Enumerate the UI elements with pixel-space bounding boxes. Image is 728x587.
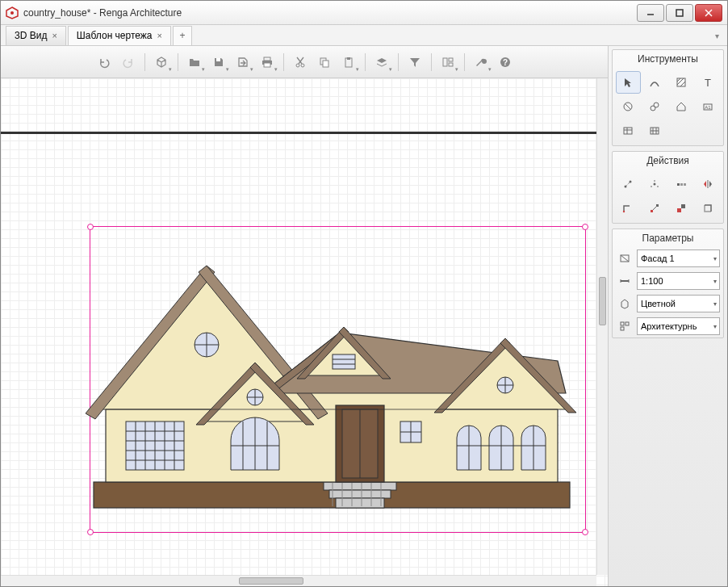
help-button[interactable]: ? bbox=[494, 51, 517, 73]
vertical-scrollbar[interactable] bbox=[596, 78, 608, 575]
svg-rect-15 bbox=[347, 57, 350, 60]
hatch-tool[interactable] bbox=[669, 71, 694, 94]
tab-3d-view[interactable]: 3D Вид × bbox=[6, 26, 66, 45]
svg-rect-116 bbox=[677, 208, 681, 212]
panel-tools: Инструменты T A1 bbox=[612, 49, 724, 146]
svg-line-119 bbox=[621, 255, 629, 262]
open-button[interactable] bbox=[183, 51, 206, 73]
wrench-icon bbox=[475, 56, 487, 69]
copy-button[interactable] bbox=[313, 51, 336, 73]
separator bbox=[283, 53, 284, 71]
table-icon bbox=[622, 125, 634, 136]
hatch-icon bbox=[676, 77, 687, 88]
separator bbox=[144, 53, 145, 71]
extend-action[interactable] bbox=[642, 197, 667, 220]
scissors-icon bbox=[294, 56, 307, 69]
selection-handle[interactable] bbox=[582, 529, 588, 535]
views-button[interactable] bbox=[437, 51, 459, 73]
display-value: Архитектурнь bbox=[641, 321, 697, 331]
selection-handle[interactable] bbox=[87, 529, 94, 535]
settings-button[interactable] bbox=[470, 51, 492, 73]
selection-handle[interactable] bbox=[582, 224, 588, 230]
close-button[interactable] bbox=[695, 4, 722, 22]
export-button[interactable] bbox=[232, 51, 254, 73]
style-select[interactable]: Цветной bbox=[637, 295, 720, 312]
filter-button[interactable] bbox=[404, 51, 426, 73]
cut-button[interactable] bbox=[289, 51, 312, 73]
undo-icon bbox=[98, 56, 111, 69]
folder-icon bbox=[188, 56, 201, 69]
dimension-icon bbox=[622, 101, 634, 112]
svg-point-10 bbox=[296, 64, 299, 67]
panel-title: Действия bbox=[613, 152, 723, 170]
svg-text:A1: A1 bbox=[705, 105, 711, 110]
redo-button[interactable] bbox=[117, 51, 140, 73]
window-title: country_house* - Renga Architecture bbox=[23, 7, 637, 19]
svg-rect-18 bbox=[449, 63, 453, 66]
redo-icon bbox=[122, 56, 135, 69]
scale-value: 1:100 bbox=[641, 276, 663, 286]
rotate-action[interactable] bbox=[642, 173, 667, 195]
rotate-icon bbox=[649, 178, 660, 190]
param-style: Цветной bbox=[613, 292, 723, 315]
horizontal-scrollbar[interactable] bbox=[1, 575, 596, 586]
trim-icon bbox=[622, 203, 634, 214]
move-action[interactable] bbox=[616, 173, 641, 195]
separator bbox=[431, 53, 432, 71]
app-logo-icon bbox=[6, 6, 19, 19]
svg-text:T: T bbox=[705, 77, 711, 88]
tab-drawing-template[interactable]: Шаблон чертежа × bbox=[68, 26, 171, 45]
tabs-menu-icon[interactable]: ▾ bbox=[711, 30, 722, 41]
layers-button[interactable] bbox=[370, 51, 393, 73]
section-tool[interactable] bbox=[669, 95, 694, 118]
param-view: Фасад 1 bbox=[613, 247, 723, 270]
minimize-button[interactable] bbox=[637, 4, 664, 22]
undo-button[interactable] bbox=[93, 51, 115, 73]
svg-point-107 bbox=[654, 180, 655, 182]
offset-action[interactable] bbox=[669, 197, 694, 220]
line-icon bbox=[649, 77, 660, 88]
svg-point-105 bbox=[651, 186, 652, 187]
main-toolbar: ? bbox=[1, 46, 608, 78]
grid-tool[interactable] bbox=[642, 119, 667, 142]
paste-button[interactable] bbox=[337, 51, 360, 73]
paste-icon bbox=[342, 56, 355, 69]
panel-actions: Действия bbox=[612, 151, 724, 224]
label-tool[interactable]: A1 bbox=[695, 95, 720, 118]
maximize-button[interactable] bbox=[666, 4, 693, 22]
drawing-canvas[interactable] bbox=[1, 78, 608, 586]
layers-icon bbox=[375, 56, 388, 69]
text-tool[interactable]: T bbox=[695, 71, 720, 94]
table-tool[interactable] bbox=[616, 119, 641, 142]
separator bbox=[398, 53, 399, 71]
scale-action[interactable] bbox=[695, 197, 720, 220]
mirror-action[interactable] bbox=[695, 173, 720, 195]
selection-handle[interactable] bbox=[87, 224, 94, 230]
filter-icon bbox=[408, 56, 421, 69]
display-select[interactable]: Архитектурнь bbox=[637, 317, 720, 335]
tab-add-button[interactable]: + bbox=[173, 26, 192, 45]
svg-rect-79 bbox=[333, 354, 355, 369]
trim-action[interactable] bbox=[616, 197, 641, 220]
corner-icon bbox=[702, 203, 713, 214]
close-icon[interactable]: × bbox=[157, 31, 162, 40]
svg-rect-7 bbox=[264, 57, 270, 61]
print-button[interactable] bbox=[256, 51, 278, 73]
scale-select[interactable]: 1:100 bbox=[637, 272, 720, 290]
axis-tool[interactable] bbox=[642, 95, 667, 118]
svg-rect-109 bbox=[680, 183, 683, 186]
scale-icon bbox=[616, 272, 634, 290]
svg-point-1 bbox=[10, 11, 14, 15]
dim-tool[interactable] bbox=[616, 95, 641, 118]
array-icon bbox=[676, 178, 687, 190]
view-select[interactable]: Фасад 1 bbox=[637, 249, 720, 267]
svg-rect-124 bbox=[625, 322, 629, 325]
svg-line-115 bbox=[653, 207, 656, 210]
copy-action[interactable] bbox=[669, 173, 694, 195]
object-button[interactable] bbox=[150, 51, 173, 73]
close-icon[interactable]: × bbox=[52, 31, 56, 40]
svg-text:?: ? bbox=[502, 58, 507, 67]
select-tool[interactable] bbox=[616, 71, 641, 94]
line-tool[interactable] bbox=[642, 71, 667, 94]
save-button[interactable] bbox=[207, 51, 230, 73]
